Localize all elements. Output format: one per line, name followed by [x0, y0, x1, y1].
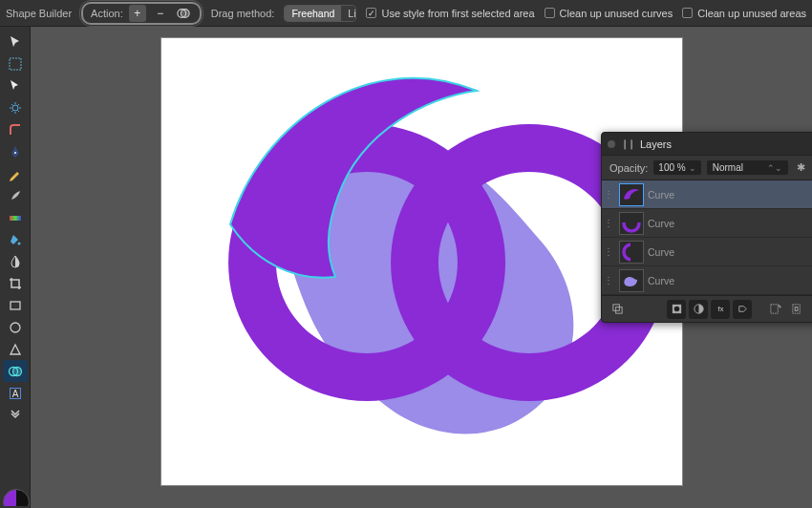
- layer-handle-icon[interactable]: ⋮: [602, 275, 615, 286]
- mask-icon[interactable]: [667, 300, 686, 319]
- layers-list: ⋮ Curve ⋮ Curve ⋮ Curve: [602, 180, 812, 295]
- pencil-tool[interactable]: [3, 162, 28, 184]
- svg-point-4: [14, 152, 16, 154]
- move-tool[interactable]: [3, 31, 28, 53]
- tag-icon[interactable]: [733, 300, 752, 319]
- corner-tool[interactable]: [3, 118, 28, 140]
- checkbox-label: Clean up unused curves: [560, 8, 673, 19]
- layer-handle-icon[interactable]: ⋮: [602, 189, 615, 200]
- action-add-button[interactable]: +: [129, 5, 146, 22]
- panel-header[interactable]: ❙❙ Layers ≡: [602, 133, 812, 156]
- layer-name: Curve: [648, 218, 674, 229]
- svg-point-8: [11, 323, 20, 332]
- layer-row[interactable]: ⋮ Curve: [602, 209, 812, 238]
- layer-name: Curve: [648, 189, 674, 201]
- svg-rect-5: [10, 216, 21, 221]
- svg-point-1: [181, 9, 189, 17]
- svg-text:+: +: [779, 304, 781, 309]
- action-subtract-button[interactable]: −: [152, 5, 169, 22]
- layer-name: Curve: [648, 246, 674, 258]
- gear-tool[interactable]: [3, 96, 28, 118]
- tool-title: Shape Builder: [6, 8, 72, 19]
- layer-handle-icon[interactable]: ⋮: [602, 218, 615, 228]
- layer-thumbnail: [619, 241, 644, 264]
- checkbox-use-style[interactable]: Use style from first selected area: [366, 8, 534, 19]
- group-icon[interactable]: [787, 300, 806, 319]
- svg-point-3: [12, 105, 18, 111]
- layer-row[interactable]: ⋮ Curve: [602, 266, 812, 295]
- checkbox-label: Clean up unused areas: [697, 8, 806, 19]
- checkbox-icon: [682, 8, 693, 18]
- panel-collapse-icon[interactable]: ❙❙: [621, 138, 634, 149]
- color-swatch[interactable]: [3, 489, 30, 506]
- svg-text:fx: fx: [717, 306, 723, 312]
- drag-freehand-button[interactable]: Freehand: [285, 6, 341, 21]
- gear-icon[interactable]: ✱: [794, 161, 807, 175]
- layer-thumbnail: [619, 183, 644, 206]
- svg-rect-7: [11, 302, 20, 309]
- action-intersect-button[interactable]: [175, 5, 192, 22]
- drag-line-button[interactable]: Line: [341, 6, 356, 21]
- triangle-tool[interactable]: [3, 338, 28, 360]
- fill-tool[interactable]: [3, 228, 28, 250]
- layer-name: Curve: [648, 275, 674, 286]
- opacity-label: Opacity:: [609, 162, 648, 174]
- opacity-row: Opacity: 100 %⌄ Normal⌃⌄ ✱ 🔒: [602, 156, 812, 180]
- svg-rect-2: [10, 58, 21, 70]
- svg-rect-26: [795, 307, 798, 311]
- opacity-input[interactable]: 100 %⌄: [653, 160, 700, 175]
- svg-point-20: [673, 307, 679, 312]
- more-tools[interactable]: [3, 404, 28, 426]
- layers-panel: ❙❙ Layers ≡ Opacity: 100 %⌄ Normal⌃⌄ ✱ 🔒…: [601, 132, 812, 323]
- svg-rect-16: [630, 243, 642, 262]
- svg-point-10: [12, 367, 21, 375]
- layer-row[interactable]: ⋮ Curve: [602, 238, 812, 266]
- layer-thumbnail: [619, 212, 644, 235]
- gradient-tool[interactable]: [3, 206, 28, 228]
- layer-thumbnail: [619, 269, 644, 292]
- checkbox-cleanup-areas[interactable]: Clean up unused areas: [682, 8, 806, 19]
- svg-point-6: [17, 242, 20, 244]
- brush-tool[interactable]: [3, 184, 28, 206]
- context-toolbar: Shape Builder Action: + − Drag method: F…: [0, 0, 812, 27]
- panel-close-icon[interactable]: [608, 140, 615, 148]
- pen-tool[interactable]: [3, 140, 28, 162]
- text-tool[interactable]: A: [3, 382, 28, 404]
- drag-method-segment: Freehand Line Marquee: [284, 5, 356, 22]
- panel-footer: fx +: [602, 295, 812, 322]
- adjustment-icon[interactable]: [689, 300, 708, 319]
- svg-rect-14: [621, 214, 642, 222]
- node-tool[interactable]: [3, 74, 28, 96]
- fx-icon[interactable]: fx: [711, 300, 730, 319]
- rectangle-tool[interactable]: [3, 294, 28, 316]
- selection-tool[interactable]: [3, 53, 28, 74]
- checkbox-cleanup-curves[interactable]: Clean up unused curves: [545, 8, 673, 19]
- transparency-tool[interactable]: [3, 250, 28, 272]
- panel-title: Layers: [640, 138, 672, 150]
- action-group: Action: + −: [81, 2, 202, 25]
- add-layer-icon[interactable]: +: [765, 300, 784, 319]
- svg-text:A: A: [11, 389, 18, 399]
- blend-mode-select[interactable]: Normal⌃⌄: [707, 160, 788, 175]
- shape-builder-tool[interactable]: [3, 360, 28, 382]
- svg-rect-23: [770, 305, 777, 313]
- clip-icon[interactable]: [608, 300, 627, 319]
- crop-tool[interactable]: [3, 272, 28, 294]
- layer-handle-icon[interactable]: ⋮: [602, 246, 615, 257]
- canvas-area: ❙❙ Layers ≡ Opacity: 100 %⌄ Normal⌃⌄ ✱ 🔒…: [31, 27, 812, 508]
- ellipse-tool[interactable]: [3, 316, 28, 338]
- checkbox-icon: [366, 8, 376, 18]
- checkbox-icon: [545, 8, 555, 18]
- tool-sidebar: A: [0, 27, 31, 508]
- checkbox-label: Use style from first selected area: [381, 8, 534, 19]
- action-label: Action:: [91, 8, 123, 19]
- svg-rect-25: [792, 305, 799, 313]
- drag-method-label: Drag method:: [211, 8, 275, 19]
- layer-row[interactable]: ⋮ Curve: [602, 180, 812, 209]
